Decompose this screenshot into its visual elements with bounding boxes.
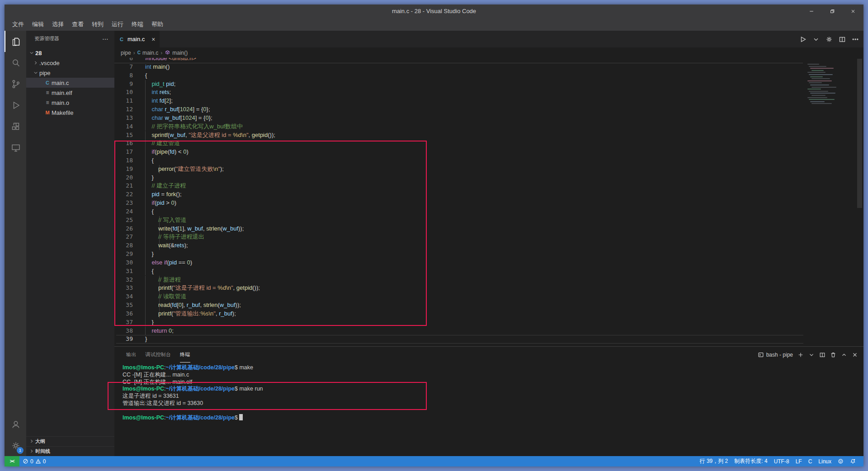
breadcrumb-item[interactable]: main() (165, 50, 188, 56)
tree-item--vscode[interactable]: .vscode (26, 58, 114, 68)
run-picker-icon[interactable] (812, 36, 820, 43)
more-actions-icon[interactable] (852, 36, 859, 43)
workbench: 1 资源管理器 ⋯ 28.vscodepipeCmain.c≡main.elf≡… (5, 31, 863, 456)
status-item[interactable]: 制表符长度: 4 (731, 456, 770, 466)
remote-icon (5, 137, 26, 158)
panel-tab-输出[interactable]: 输出 (126, 347, 137, 363)
code-text: // 写入管道 (145, 216, 187, 225)
run-or-debug-icon[interactable] (799, 36, 807, 43)
status-item[interactable]: 行 39，列 2 (697, 456, 731, 466)
activity-item-search[interactable] (5, 52, 26, 73)
code-editor[interactable]: 6#include <unistd.h>7int main()8{9 pid_t… (114, 58, 863, 346)
activity-item-source-control[interactable] (5, 73, 26, 94)
sidebar-section-大纲[interactable]: 大纲 (26, 436, 114, 446)
maximize-panel-icon[interactable] (841, 352, 847, 358)
terminal-line: 这是子进程 id = 33631 (123, 392, 179, 400)
tree-item-main-c[interactable]: Cmain.c (26, 78, 114, 88)
breadcrumb-item[interactable]: Cmain.c (137, 50, 159, 56)
c-file-icon: C (119, 37, 124, 42)
problems-status[interactable]: 0 0 (19, 456, 49, 466)
settings-gear-icon[interactable] (826, 36, 833, 43)
code-line: 22 pid = fork(); (114, 190, 863, 199)
close-tab-icon[interactable]: × (151, 36, 155, 43)
panel-tab-调试控制台[interactable]: 调试控制台 (146, 347, 171, 363)
new-terminal-icon[interactable] (797, 352, 804, 358)
twisty-down-icon (28, 50, 35, 57)
close-button[interactable] (843, 5, 863, 18)
tree-item-28[interactable]: 28 (26, 48, 114, 58)
status-item[interactable]: Linux (815, 456, 835, 466)
tree-item-main-o[interactable]: ≡main.o (26, 98, 114, 108)
code-text: write(fd[1], w_buf, strlen(w_buf)); (145, 225, 244, 233)
code-text: // 新进程 (145, 276, 181, 284)
editor-scrollbar[interactable] (857, 59, 862, 208)
terminal-picker-icon[interactable] (808, 352, 815, 358)
menu-item[interactable]: 选择 (48, 19, 68, 29)
code-line: 10 int rets; (114, 88, 863, 97)
menu-item[interactable]: 帮助 (147, 19, 167, 29)
c-file-icon: C (137, 50, 141, 55)
menu-item[interactable]: 查看 (68, 19, 88, 29)
code-line: 12 char r_buf[1024] = {0}; (114, 105, 863, 114)
line-number: 18 (114, 156, 133, 165)
menu-item[interactable]: 文件 (8, 19, 28, 29)
terminal-output[interactable]: lmos@lmos-PC:~/计算机基础/code/28/pipe$ makeC… (123, 364, 854, 454)
line-number: 12 (114, 105, 133, 114)
code-line: 9 pid_t pid; (114, 80, 863, 89)
section-label: 大纲 (35, 438, 45, 445)
line-number: 16 (114, 139, 133, 148)
minimap[interactable] (807, 64, 843, 107)
line-number: 26 (114, 225, 133, 233)
notifications-icon[interactable] (847, 456, 859, 466)
terminal-line: CC -[M] 正在构建... main.elf (123, 378, 192, 386)
status-item[interactable]: UTF-8 (771, 456, 793, 466)
gear-icon (5, 435, 26, 456)
line-number: 37 (114, 318, 133, 327)
tab-main-c[interactable]: C main.c × (114, 31, 160, 47)
code-text: int main() (145, 63, 170, 71)
tree-item-Makefile[interactable]: MMakefile (26, 108, 114, 118)
tree-item-pipe[interactable]: pipe (26, 68, 114, 78)
code-text: pid_t pid; (145, 80, 175, 89)
section-label: 时间线 (35, 448, 50, 455)
settings-badge: 1 (17, 447, 24, 454)
code-line: 13 char w_buf[1024] = {0}; (114, 114, 863, 122)
activity-item-settings[interactable]: 1 (5, 435, 26, 456)
split-terminal-icon[interactable] (819, 352, 826, 358)
close-panel-icon[interactable] (852, 352, 858, 358)
line-number: 9 (114, 80, 133, 89)
activity-item-remote-explorer[interactable] (5, 137, 26, 158)
feedback-icon[interactable] (835, 456, 847, 466)
sidebar-section-时间线[interactable]: 时间线 (26, 446, 114, 456)
c-file-icon: C (43, 80, 52, 85)
menu-item[interactable]: 编辑 (28, 19, 48, 29)
panel-tab-终端[interactable]: 终端 (180, 347, 190, 363)
status-item[interactable]: C (805, 456, 816, 466)
code-text: } (145, 318, 154, 327)
remote-indicator[interactable]: >< (5, 456, 19, 466)
line-number: 8 (114, 71, 133, 80)
editor-actions (799, 31, 859, 47)
activity-item-run-and-debug[interactable] (5, 94, 26, 116)
kill-terminal-icon[interactable] (830, 352, 836, 358)
menu-item[interactable]: 转到 (88, 19, 108, 29)
minimize-button[interactable] (801, 5, 822, 18)
status-item[interactable]: LF (793, 456, 805, 466)
code-text: } (145, 335, 147, 344)
terminal-session[interactable]: bash - pipe (758, 352, 793, 358)
breadcrumb-item[interactable]: pipe (121, 50, 131, 56)
restore-button[interactable] (822, 5, 843, 18)
line-number: 36 (114, 310, 133, 318)
split-editor-icon[interactable] (839, 36, 846, 43)
code-line: 39} (114, 335, 863, 344)
more-actions-icon[interactable]: ⋯ (102, 35, 109, 42)
line-number: 27 (114, 233, 133, 241)
terminal-line: lmos@lmos-PC:~/计算机基础/code/28/pipe$ make … (123, 385, 263, 393)
menu-item[interactable]: 终端 (127, 19, 147, 29)
activity-item-extensions[interactable] (5, 116, 26, 137)
menu-item[interactable]: 运行 (108, 19, 127, 29)
activity-item-account[interactable] (5, 414, 26, 435)
tree-item-main-elf[interactable]: ≡main.elf (26, 88, 114, 98)
terminal-line: lmos@lmos-PC:~/计算机基础/code/28/pipe$ make (123, 364, 253, 372)
activity-item-explorer[interactable] (5, 31, 26, 52)
